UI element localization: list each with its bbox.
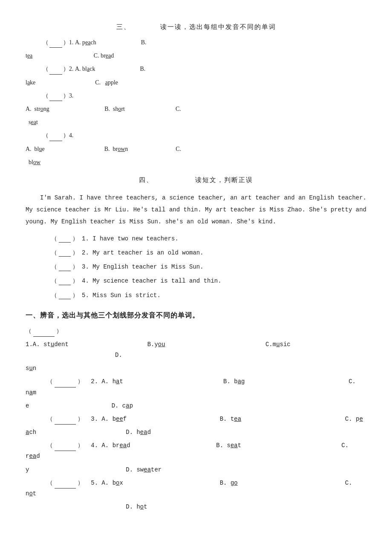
s1-q4-blank[interactable] — [55, 443, 76, 451]
q3-2-blank[interactable] — [49, 67, 62, 75]
tf-4: （） 4. My science teacher is tall and thi… — [51, 276, 366, 286]
q3-2-row-b: lake C. apple — [26, 77, 366, 88]
q3-4-blank[interactable] — [49, 133, 62, 141]
s1-q3: （） 3. A. beef B. tea C. pe ach D. head — [26, 414, 366, 438]
section-four: 四、 读短文，判断正误 I'm Sarah. I have three teac… — [26, 174, 366, 301]
tf-1: （） 1. I have two new teachers. — [51, 234, 366, 244]
section-four-title: 四、 读短文，判断正误 — [26, 174, 366, 186]
s1-q1: （） 1.A. student B.you C.music D. sun — [26, 326, 366, 374]
tf-3: （） 3. My English teacher is Miss Sun. — [51, 262, 366, 272]
s1-q2: （） 2. A. hat B. bag C. nam e D. cap — [26, 376, 366, 411]
q3-4-options: A. blue B. brown C. — [26, 144, 366, 154]
tf-2: （） 2. My art teacher is an old woman. — [51, 248, 366, 258]
q3-4-row: （）4. — [26, 130, 366, 141]
tf-5: （） 5. Miss Sun is strict. — [51, 290, 366, 301]
section-one: 一、辨音，选出与其他三个划线部分发音不同的单词。 （） 1.A. student… — [26, 309, 366, 513]
section-three: 三、 读一读，选出每组中发音不同的单词 （）1. A. peach B. tea… — [26, 21, 366, 168]
q3-3-row: （）3. — [26, 90, 366, 101]
q3-1-blank[interactable] — [49, 40, 62, 48]
s1-q4: （） 4. A. bread B. seat C. read y D. swea… — [26, 440, 366, 475]
q3-3-c: seat — [26, 117, 366, 127]
q3-4-c: blow — [26, 157, 366, 168]
q3-3-options: A. strong B. short C. — [26, 104, 366, 114]
s1-q5-blank[interactable] — [55, 481, 76, 489]
q3-3-blank[interactable] — [49, 93, 62, 101]
section-one-title: 一、辨音，选出与其他三个划线部分发音不同的单词。 — [26, 309, 366, 322]
section-three-title: 三、 读一读，选出每组中发音不同的单词 — [26, 21, 366, 33]
q3-1-row-b: tea C. bread — [26, 50, 366, 61]
s1-q3-blank[interactable] — [55, 417, 76, 425]
passage: I'm Sarah. I have three teachers, a scie… — [26, 192, 366, 228]
s1-q5: （） 5. A. box B. go C. not D. hot — [26, 478, 366, 513]
q3-1-row: （）1. A. peach B. — [26, 37, 366, 48]
s1-q1-blank[interactable] — [33, 329, 55, 337]
s1-q2-blank[interactable] — [55, 380, 76, 387]
q3-2-row: （）2. A. black B. — [26, 64, 366, 74]
